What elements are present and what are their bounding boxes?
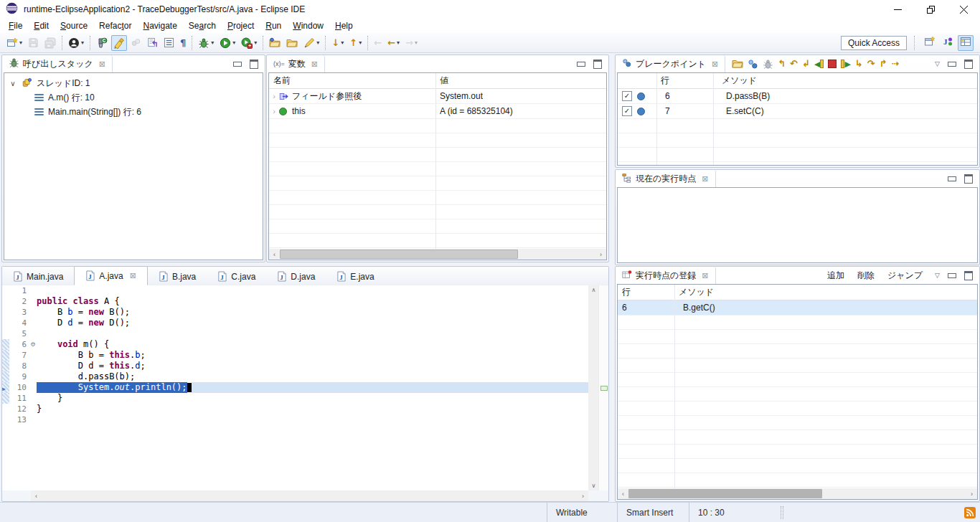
code-line[interactable]: 2 public class A { [2,296,588,307]
variables-hscrollbar[interactable]: ‹ › [269,249,606,260]
notifications-icon[interactable] [964,507,976,521]
run-button[interactable]: ▾ [217,35,237,51]
step-back-into-button[interactable]: ↰ [776,56,787,72]
breakpoint-checkbox[interactable]: ✓ [622,91,632,101]
resume-forward-button[interactable]: ▶ [839,56,852,72]
code-line[interactable]: 7 B b = this.b; [2,350,588,361]
annotation-ruler[interactable] [2,414,9,425]
show-whitespace-button[interactable]: ¶ [178,35,188,51]
column-divider[interactable] [713,73,714,165]
code-line[interactable]: 1 [2,285,588,296]
quick-access-box[interactable]: Quick Access [841,36,907,50]
menu-run[interactable]: Run [260,19,287,32]
highlighter-button[interactable] [111,35,127,51]
registration-hscrollbar[interactable]: ‹ › [618,488,977,499]
line-number[interactable]: 12 [9,404,29,414]
code-line[interactable]: 6 ⊖ void m() { [2,339,588,350]
line-number[interactable]: 8 [9,361,29,371]
back-history-button[interactable]: ← [372,35,384,51]
minimize-view-button[interactable] [577,62,585,67]
save-button[interactable] [26,35,41,51]
editor-tab-e-java[interactable]: J E.java [326,267,385,285]
menu-navigate[interactable]: Navigate [137,19,182,32]
column-divider[interactable] [674,285,675,488]
menu-file[interactable]: File [3,19,28,32]
column-divider[interactable] [435,73,436,249]
open-declaration-button[interactable] [145,35,160,51]
open-perspective-button[interactable] [922,35,938,51]
scroll-right-icon[interactable]: › [578,493,588,500]
line-number[interactable]: 3 [9,307,29,318]
editor-tab-b-java[interactable]: J B.java [148,267,207,285]
debug-button[interactable]: ▾ [196,35,216,51]
stack-frame-row[interactable]: A.m() 行: 10 [4,90,263,105]
code-line[interactable]: 12 } [2,404,588,414]
restore-window-button[interactable] [914,0,947,19]
forward-button[interactable]: →▾ [403,35,420,51]
user-account-button[interactable]: ▾ [66,35,86,51]
annotation-ruler[interactable] [2,371,9,382]
annotation-ruler[interactable] [2,404,9,414]
tab-variables[interactable]: (x)= 変数 ⊠ [267,55,325,72]
line-number[interactable]: 10 [9,382,29,393]
line-number[interactable]: 13 [9,414,29,425]
tab-current-exec-point[interactable]: 現在の実行時点 ⊠ [616,170,716,187]
jump-button[interactable]: ジャンプ [881,270,929,282]
scroll-up-icon[interactable]: ∧ [592,287,596,293]
breakpoint-row[interactable]: ✓ 7 E.setC(C) [618,104,977,119]
last-edit-location-button[interactable]: ↓▾ [329,35,346,51]
view-menu-icon[interactable]: ▽ [935,272,940,279]
skip-breakpoints-button[interactable] [761,56,775,72]
view-menu-icon[interactable]: ▽ [935,60,940,67]
menu-source[interactable]: Source [55,19,93,32]
expanded-icon[interactable]: ∨ [9,80,17,87]
menu-project[interactable]: Project [222,19,260,32]
fold-marker[interactable]: ⊖ [29,339,37,350]
annotation-ruler[interactable]: ▶ [2,382,9,393]
delete-button[interactable]: 削除 [851,270,881,282]
exec-point-row[interactable]: 6 B.getC() [618,300,977,315]
close-view-icon[interactable]: ⊠ [712,60,718,69]
annotation-ruler[interactable] [2,339,9,350]
breakpoint-checkbox[interactable]: ✓ [622,106,632,116]
line-number[interactable]: 11 [9,393,29,404]
menu-search[interactable]: Search [183,19,222,32]
code-editor[interactable]: 1 2 public class A { 3 B b = new B(); 4 … [2,285,588,490]
minimize-view-button[interactable] [233,62,242,67]
annotation-ruler[interactable] [2,393,9,404]
editor-hscrollbar[interactable]: ‹ › [31,490,588,501]
menu-window[interactable]: Window [287,19,329,32]
variable-row[interactable]: › this A (id = 685325104) [269,104,606,119]
scroll-down-icon[interactable]: ∨ [592,483,596,489]
scroll-left-icon[interactable]: ‹ [618,490,628,498]
scroll-left-icon[interactable]: ‹ [269,251,280,258]
line-number[interactable]: 2 [9,296,29,307]
pause-gray-button[interactable] [128,35,143,51]
import-folder-button[interactable] [267,35,283,51]
tab-call-stack[interactable]: 呼び出しスタック ⊠ [2,55,113,72]
code-line[interactable]: ▶ 10 System.out.println(); [2,382,588,393]
menu-help[interactable]: Help [329,19,359,32]
open-folder-button[interactable] [284,35,300,51]
code-line[interactable]: 5 [2,328,588,339]
close-tab-icon[interactable]: ⊠ [130,271,136,280]
maximize-view-button[interactable] [964,174,973,184]
annotation-ruler[interactable] [2,296,9,307]
maximize-view-button[interactable] [964,271,973,280]
editor-tab-c-java[interactable]: J C.java [207,267,266,285]
outline-view-button[interactable] [161,35,176,51]
previous-edit-button[interactable]: ↑▾ [347,35,364,51]
annotation-ruler[interactable] [2,285,9,296]
editor-vscrollbar[interactable]: ∧ ∨ [588,285,599,490]
code-line[interactable]: 4 D d = new D(); [2,318,588,328]
editor-tab-main-java[interactable]: J Main.java [2,267,74,285]
editor-tab-a-java[interactable]: J A.java ⊠ [74,266,148,285]
tab-exec-point-registration[interactable]: 実行時点の登録 ⊠ [616,267,716,284]
back-button[interactable]: ←▾ [385,35,402,51]
link-breakpoints-button[interactable] [746,56,760,72]
step-back-over-button[interactable]: ↶ [788,56,799,72]
debug-perspective-button[interactable] [958,35,974,51]
step-into-button[interactable]: ↳ [854,56,864,72]
tab-breakpoints[interactable]: ブレークポイント ⊠ [616,55,725,72]
step-back-return-button[interactable]: ↲ [801,56,811,72]
